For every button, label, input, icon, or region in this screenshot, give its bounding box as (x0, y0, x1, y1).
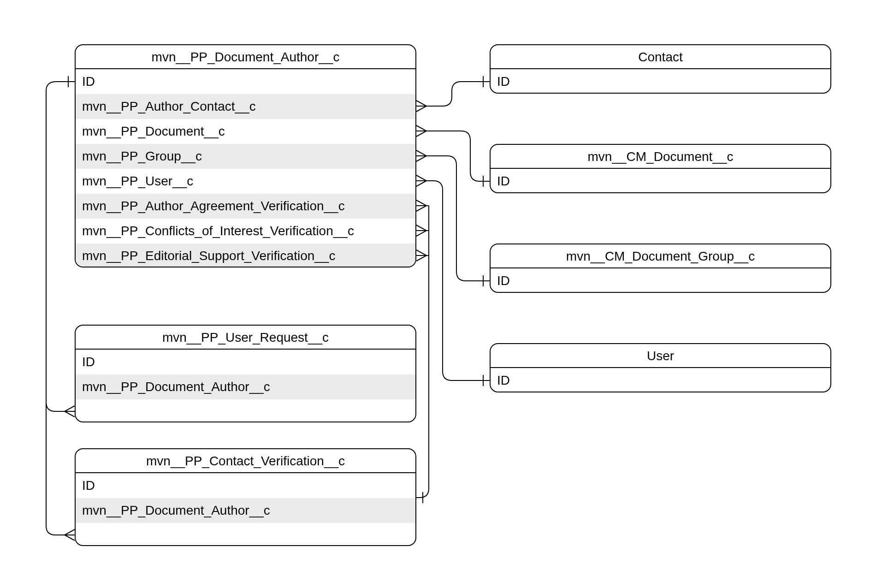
field-id: ID (76, 350, 415, 374)
entity-pp-user-request: mvn__PP_User_Request__c ID mvn__PP_Docum… (75, 325, 416, 422)
field-author-agreement-verification: mvn__PP_Author_Agreement_Verification__c (76, 194, 415, 219)
field-editorial-support-verification: mvn__PP_Editorial_Support_Verification__… (76, 244, 415, 267)
entity-title: mvn__CM_Document__c (491, 145, 830, 169)
entity-title: mvn__PP_User_Request__c (76, 326, 415, 350)
field-document: mvn__PP_Document__c (76, 119, 415, 144)
field-id: ID (491, 268, 830, 293)
entity-title: mvn__PP_Contact_Verification__c (76, 449, 415, 473)
field-document-author: mvn__PP_Document_Author__c (76, 374, 415, 399)
entity-title: mvn__PP_Document_Author__c (76, 45, 415, 69)
field-conflicts-of-interest-verification: mvn__PP_Conflicts_of_Interest_Verificati… (76, 219, 415, 244)
entity-user: User ID (490, 343, 831, 392)
field-id: ID (491, 69, 830, 94)
entity-cm-document: mvn__CM_Document__c ID (490, 144, 831, 193)
entity-cm-document-group: mvn__CM_Document_Group__c ID (490, 244, 831, 293)
field-document-author: mvn__PP_Document_Author__c (76, 498, 415, 523)
field-id: ID (491, 169, 830, 193)
er-diagram: mvn__PP_Document_Author__c ID mvn__PP_Au… (0, 0, 882, 588)
field-id: ID (76, 473, 415, 498)
field-id: ID (76, 69, 415, 94)
entity-pp-document-author: mvn__PP_Document_Author__c ID mvn__PP_Au… (75, 44, 416, 267)
entity-title: User (491, 344, 830, 368)
entity-title: Contact (491, 45, 830, 69)
field-id: ID (491, 368, 830, 392)
field-author-contact: mvn__PP_Author_Contact__c (76, 94, 415, 119)
entity-contact: Contact ID (490, 44, 831, 94)
entity-title: mvn__CM_Document_Group__c (491, 244, 830, 268)
field-user: mvn__PP_User__c (76, 169, 415, 194)
field-group: mvn__PP_Group__c (76, 144, 415, 169)
entity-pp-contact-verification: mvn__PP_Contact_Verification__c ID mvn__… (75, 448, 416, 546)
